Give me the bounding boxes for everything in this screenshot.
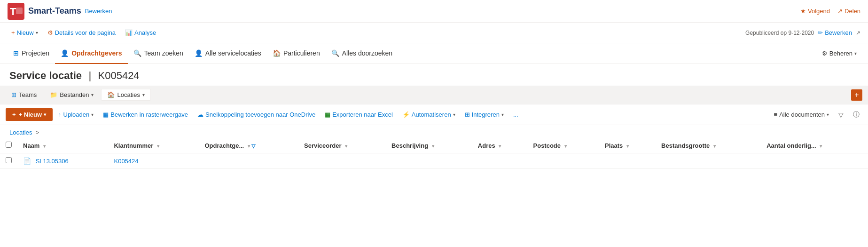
tab-team-zoeken[interactable]: 🔍 Team zoeken xyxy=(128,43,189,64)
command-bar: + Nieuw ▾ ⚙ Details voor de pagina 📊 Ana… xyxy=(0,23,868,43)
row-bestandsgrootte-cell xyxy=(656,153,761,169)
edit-button-right[interactable]: ✏ Bewerken xyxy=(818,29,852,36)
page-title: Service locatie | K005424 xyxy=(9,70,859,82)
table-container: Naam ▾ Klantnummer ▾ Opdrachtge... ▾ ▽ S… xyxy=(0,138,868,169)
col-header-postcode[interactable]: Postcode ▾ xyxy=(528,138,599,153)
row-checkbox[interactable] xyxy=(6,157,12,163)
integreren-icon: ⊞ xyxy=(465,111,470,118)
info-icon[interactable]: ⓘ xyxy=(850,109,862,121)
doc-tab-bestanden[interactable]: 📁 Bestanden ▾ xyxy=(44,89,99,100)
row-aantal-onderlig-cell xyxy=(761,153,868,169)
adres-sort-icon: ▾ xyxy=(499,143,501,149)
automatiseren-button[interactable]: ⚡ Automatiseren ▾ xyxy=(399,108,459,121)
doc-tab-teams[interactable]: ⊞ Teams xyxy=(6,89,42,100)
opdrachtgevers-icon: 👤 xyxy=(61,49,69,57)
star-icon: ★ xyxy=(800,8,806,15)
filter-active-icon: ▽ xyxy=(251,143,255,149)
breadcrumb-chevron: > xyxy=(36,129,39,136)
doc-tab-locaties[interactable]: 🏠 Locaties ▾ xyxy=(101,89,150,101)
locaties-chevron: ▾ xyxy=(142,92,145,97)
expand-icon[interactable]: ↗ xyxy=(856,30,860,36)
command-bar-left: + Nieuw ▾ ⚙ Details voor de pagina 📊 Ana… xyxy=(8,26,160,39)
automatiseren-chevron: ▾ xyxy=(453,112,455,117)
tab-projecten[interactable]: ⊞ Projecten xyxy=(8,43,55,64)
details-button[interactable]: ⚙ Details voor de pagina xyxy=(44,26,119,39)
tab-alles-doorzoeken[interactable]: 🔍 Alles doorzoeken xyxy=(326,43,398,64)
logo-area: T Smart-Teams Bewerken xyxy=(8,3,112,20)
more-button[interactable]: ... xyxy=(509,108,522,121)
share-icon: ↗ xyxy=(837,8,843,15)
export-excel-button[interactable]: ▦ Exporteren naar Excel xyxy=(321,108,397,121)
tab-particulieren[interactable]: 🏠 Particulieren xyxy=(267,43,326,64)
new-button[interactable]: + Nieuw ▾ xyxy=(8,26,42,39)
add-lib-area: + xyxy=(851,89,862,101)
opdrachtgever-sort-icon: ▾ xyxy=(248,143,250,149)
details-icon: ⚙ xyxy=(47,29,53,36)
analyse-button[interactable]: 📊 Analyse xyxy=(121,26,160,39)
new-dropdown-chevron: ▾ xyxy=(44,112,46,117)
breadcrumb[interactable]: Locaties > xyxy=(0,125,868,138)
row-postcode-cell xyxy=(528,153,599,169)
add-lib-button[interactable]: + xyxy=(851,89,862,101)
col-header-beschrijving[interactable]: Beschrijving ▾ xyxy=(386,138,472,153)
servicelocaties-icon: 👤 xyxy=(195,49,203,57)
integreren-button[interactable]: ⊞ Integreren ▾ xyxy=(461,108,508,121)
all-docs-button[interactable]: ≡ Alle documenten ▾ xyxy=(771,109,832,120)
row-plaats-cell xyxy=(599,153,656,169)
tab-opdrachtgevers[interactable]: 👤 Opdrachtgevers xyxy=(55,43,127,64)
plus-icon: + xyxy=(11,29,15,36)
published-label: Gepubliceerd op 9-12-2020 xyxy=(745,30,814,36)
upload-icon: ↑ xyxy=(58,111,62,118)
command-bar-right: Gepubliceerd op 9-12-2020 ✏ Bewerken ↗ xyxy=(745,29,860,36)
automatiseren-icon: ⚡ xyxy=(402,111,410,118)
svg-rect-2 xyxy=(16,8,23,14)
tab-alle-servicelocaties[interactable]: 👤 Alle servicelocaties xyxy=(189,43,267,64)
row-klantnummer-link[interactable]: K005424 xyxy=(114,158,138,165)
gear-icon: ⚙ xyxy=(822,50,828,57)
col-header-opdrachtgever[interactable]: Opdrachtge... ▾ ▽ xyxy=(199,138,298,153)
nav-tabs: ⊞ Projecten 👤 Opdrachtgevers 🔍 Team zoek… xyxy=(0,43,868,64)
col-header-plaats[interactable]: Plaats ▾ xyxy=(599,138,656,153)
analyse-icon: 📊 xyxy=(125,29,133,36)
row-opdrachtgever-cell xyxy=(199,153,298,169)
app-title: Smart-Teams xyxy=(28,6,81,16)
row-klantnummer-cell: K005424 xyxy=(108,153,199,169)
toolbar-right: ≡ Alle documenten ▾ ▽ ⓘ xyxy=(771,109,862,121)
data-table: Naam ▾ Klantnummer ▾ Opdrachtge... ▾ ▽ S… xyxy=(0,138,868,169)
particulieren-icon: 🏠 xyxy=(273,49,281,57)
snelkoppeling-button[interactable]: ☁ Snelkoppeling toevoegen naar OneDrive xyxy=(194,108,319,121)
edit-raster-icon: ▦ xyxy=(103,111,109,118)
doc-lib-bar: ⊞ Teams 📁 Bestanden ▾ 🏠 Locaties ▾ + xyxy=(0,86,868,104)
col-header-bestandsgrootte[interactable]: Bestandsgrootte ▾ xyxy=(656,138,761,153)
new-primary-button[interactable]: + + Nieuw ▾ xyxy=(6,108,53,121)
row-adres-cell xyxy=(472,153,528,169)
col-header-naam[interactable]: Naam ▾ xyxy=(17,138,108,153)
col-header-adres[interactable]: Adres ▾ xyxy=(472,138,528,153)
filter-icon[interactable]: ▽ xyxy=(836,109,846,120)
top-edit-link[interactable]: Bewerken xyxy=(85,8,112,15)
new-plus-icon: + xyxy=(12,111,16,118)
beheren-button[interactable]: ⚙ Beheren ▾ xyxy=(818,47,860,60)
page-code: K005424 xyxy=(98,70,140,81)
svg-text:T: T xyxy=(10,6,16,17)
team-zoeken-icon: 🔍 xyxy=(133,49,141,57)
file-icon: 📄 xyxy=(23,157,31,165)
share-button[interactable]: ↗ Delen xyxy=(837,8,860,15)
bestanden-chevron: ▾ xyxy=(91,92,94,97)
nav-tabs-right: ⚙ Beheren ▾ xyxy=(818,47,860,60)
col-header-klantnummer[interactable]: Klantnummer ▾ xyxy=(108,138,199,153)
upload-button[interactable]: ↑ Uploaden ▾ xyxy=(55,108,97,121)
beschrijving-sort-icon: ▾ xyxy=(432,143,434,149)
col-header-serviceorder[interactable]: Serviceorder ▾ xyxy=(298,138,386,153)
new-chevron: ▾ xyxy=(36,30,38,35)
row-beschrijving-cell xyxy=(386,153,472,169)
row-checkbox-cell xyxy=(0,153,17,169)
edit-raster-button[interactable]: ▦ Bewerken in rasterweergave xyxy=(99,108,192,121)
page-header: Service locatie | K005424 xyxy=(0,64,868,86)
row-naam-link[interactable]: SL13.05306 xyxy=(36,158,69,165)
col-header-aantal-onderlig[interactable]: Aantal onderlig... ▾ xyxy=(761,138,868,153)
select-all-checkbox[interactable] xyxy=(6,142,12,148)
row-naam-cell: 📄 SL13.05306 xyxy=(17,153,108,169)
col-header-checkbox xyxy=(0,138,17,153)
follow-button[interactable]: ★ Volgend xyxy=(800,8,830,15)
